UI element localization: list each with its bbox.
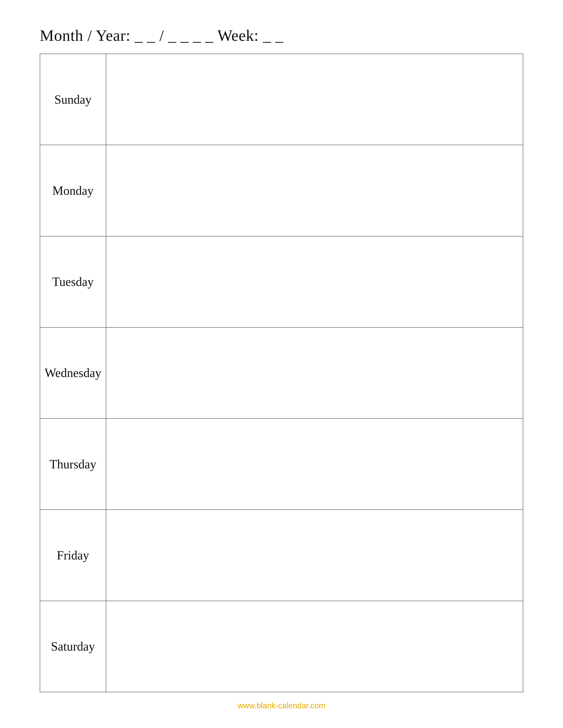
day-label-friday: Friday: [40, 510, 106, 601]
calendar-row: Thursday: [40, 418, 523, 510]
calendar-row: Saturday: [40, 601, 523, 692]
day-content-tuesday[interactable]: [106, 236, 523, 327]
day-label-saturday: Saturday: [40, 601, 106, 692]
day-label-tuesday: Tuesday: [40, 236, 106, 327]
day-content-friday[interactable]: [106, 510, 523, 601]
calendar-row: Monday: [40, 145, 523, 236]
day-content-sunday[interactable]: [106, 54, 523, 145]
calendar-row: Friday: [40, 510, 523, 601]
day-label-monday: Monday: [40, 145, 106, 236]
calendar-row: Wednesday: [40, 327, 523, 418]
day-label-wednesday: Wednesday: [40, 327, 106, 418]
calendar-header: Month / Year: _ _ / _ _ _ _ Week: _ _: [40, 26, 523, 45]
calendar-table: SundayMondayTuesdayWednesdayThursdayFrid…: [40, 54, 523, 692]
calendar-row: Tuesday: [40, 236, 523, 327]
day-label-thursday: Thursday: [40, 418, 106, 510]
day-content-wednesday[interactable]: [106, 327, 523, 418]
footer-url: www.blank-calendar.com: [237, 701, 326, 710]
day-label-sunday: Sunday: [40, 54, 106, 145]
header-title: Month / Year: _ _ / _ _ _ _ Week: _ _: [40, 27, 284, 44]
day-content-thursday[interactable]: [106, 418, 523, 510]
day-content-saturday[interactable]: [106, 601, 523, 692]
footer: www.blank-calendar.com: [237, 701, 326, 710]
calendar-row: Sunday: [40, 54, 523, 145]
day-content-monday[interactable]: [106, 145, 523, 236]
